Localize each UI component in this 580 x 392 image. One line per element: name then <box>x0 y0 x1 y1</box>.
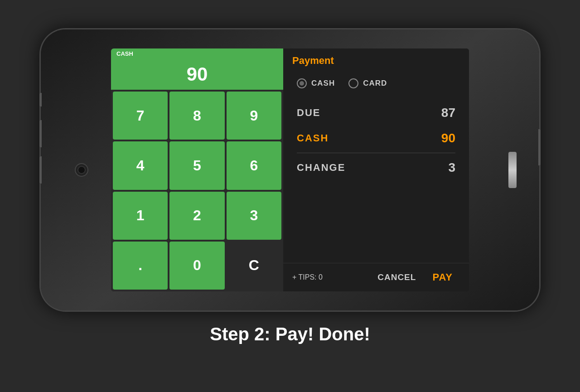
due-label: DUE <box>297 107 320 119</box>
side-button-vol-down <box>39 156 42 184</box>
numpad-panel: CASH 90 7 8 9 4 5 6 1 2 3 . 0 C <box>111 48 283 291</box>
bottom-bar: + TIPS: 0 CANCEL PAY <box>283 263 469 291</box>
change-label: CHANGE <box>297 162 345 174</box>
payment-details: DUE 87 CASH 90 CHANGE 3 <box>283 96 469 263</box>
numpad-4[interactable]: 4 <box>113 141 168 189</box>
numpad-7[interactable]: 7 <box>113 92 168 140</box>
numpad-8[interactable]: 8 <box>169 92 224 140</box>
cash-label: CASH <box>297 132 329 144</box>
numpad-clear[interactable]: C <box>227 242 281 290</box>
divider <box>297 153 455 153</box>
numpad-5[interactable]: 5 <box>169 141 224 189</box>
numpad-3[interactable]: 3 <box>227 192 281 240</box>
phone-screen: CASH 90 7 8 9 4 5 6 1 2 3 . 0 C <box>111 48 469 291</box>
numpad-6[interactable]: 6 <box>227 141 281 189</box>
numpad-2[interactable]: 2 <box>169 192 224 240</box>
cash-row: CASH 90 <box>297 126 455 151</box>
numpad-1[interactable]: 1 <box>113 192 168 240</box>
cancel-button[interactable]: CANCEL <box>368 269 425 286</box>
numpad-grid: 7 8 9 4 5 6 1 2 3 . 0 C <box>111 90 283 291</box>
change-value: 3 <box>448 160 455 175</box>
cash-option[interactable]: CASH <box>297 78 335 88</box>
step-label: Step 2: Pay! Done! <box>210 324 370 344</box>
due-row: DUE 87 <box>297 100 455 126</box>
numpad-9[interactable]: 9 <box>227 92 281 140</box>
payment-options: CASH CARD <box>283 71 469 96</box>
cash-value: 90 <box>441 131 455 145</box>
numpad-dot[interactable]: . <box>113 242 168 290</box>
cash-radio[interactable] <box>297 78 307 88</box>
payment-title-bar: Payment <box>283 48 469 71</box>
screen-content: CASH 90 7 8 9 4 5 6 1 2 3 . 0 C <box>111 48 469 291</box>
card-option-label: CARD <box>363 79 387 88</box>
side-button-top <box>39 93 42 106</box>
side-button-power <box>538 129 541 165</box>
payment-panel: Payment CASH CARD <box>283 48 469 291</box>
change-row: CHANGE 3 <box>297 155 455 180</box>
right-speaker <box>508 152 517 188</box>
card-option[interactable]: CARD <box>348 78 387 88</box>
display-value: 90 <box>187 63 208 85</box>
tips-label: + TIPS: 0 <box>292 273 368 281</box>
cash-header-label: CASH <box>111 48 283 59</box>
cash-option-label: CASH <box>311 79 335 88</box>
due-value: 87 <box>441 106 455 120</box>
display-area: 90 <box>111 59 283 90</box>
cash-radio-inner <box>300 81 304 86</box>
payment-title: Payment <box>292 55 334 66</box>
numpad-0[interactable]: 0 <box>169 242 224 290</box>
card-radio[interactable] <box>348 78 358 88</box>
pay-button[interactable]: PAY <box>425 268 460 287</box>
side-button-vol-up <box>39 120 42 147</box>
camera-icon <box>75 163 88 177</box>
